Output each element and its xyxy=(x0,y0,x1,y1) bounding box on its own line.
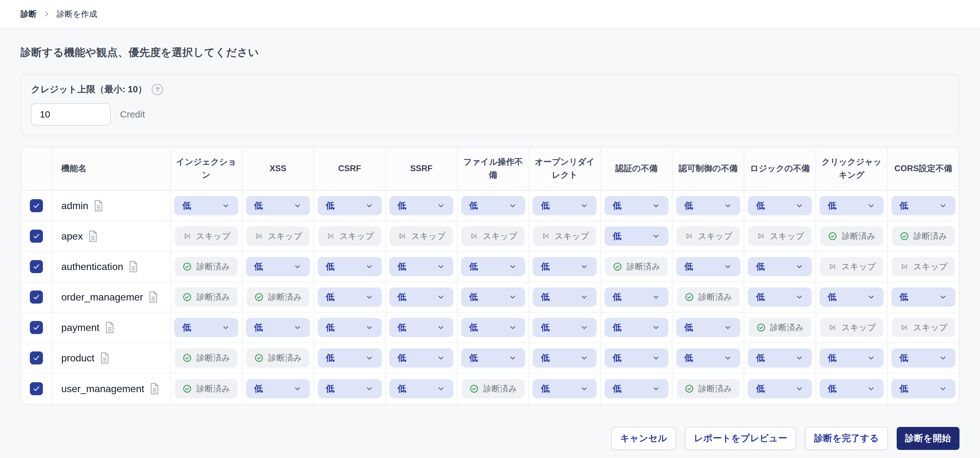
priority-dropdown[interactable]: 低 xyxy=(676,318,740,337)
priority-dropdown[interactable]: 低 xyxy=(891,348,955,368)
priority-dropdown[interactable]: 低 xyxy=(389,196,453,216)
skip-status-chip: スキップ xyxy=(676,227,740,246)
priority-dropdown[interactable]: 低 xyxy=(246,318,310,337)
priority-dropdown[interactable]: 低 xyxy=(533,348,597,368)
row-checkbox[interactable] xyxy=(30,352,43,364)
priority-dropdown[interactable]: 低 xyxy=(605,379,668,398)
priority-dropdown[interactable]: 低 xyxy=(389,318,453,337)
chevron-down-icon xyxy=(293,323,302,332)
priority-dropdown[interactable]: 低 xyxy=(318,379,382,398)
document-icon[interactable] xyxy=(149,382,160,395)
priority-dropdown[interactable]: 低 xyxy=(461,257,525,276)
table-cell: 低 xyxy=(313,282,385,312)
row-checkbox[interactable] xyxy=(30,199,43,212)
priority-dropdown[interactable]: 低 xyxy=(533,318,597,337)
priority-dropdown[interactable]: 低 xyxy=(389,348,453,368)
priority-dropdown[interactable]: 低 xyxy=(748,348,812,368)
priority-dropdown[interactable]: 低 xyxy=(676,257,740,276)
credit-input-row: Credit xyxy=(31,103,949,125)
priority-dropdown[interactable]: 低 xyxy=(389,257,453,276)
chevron-down-icon xyxy=(436,262,445,271)
table-cell: 診断済み xyxy=(457,374,529,404)
start-diagnosis-button[interactable]: 診断を開始 xyxy=(897,427,959,450)
priority-dropdown[interactable]: 低 xyxy=(533,379,597,398)
priority-dropdown[interactable]: 低 xyxy=(819,379,884,398)
table-cell: 低 xyxy=(242,312,314,342)
document-icon[interactable] xyxy=(128,260,138,273)
skip-status-chip: スキップ xyxy=(748,227,812,246)
row-checkbox[interactable] xyxy=(30,290,43,304)
chevron-down-icon xyxy=(795,384,804,393)
priority-dropdown[interactable]: 低 xyxy=(246,257,310,276)
priority-dropdown[interactable]: 低 xyxy=(174,318,238,337)
row-checkbox[interactable] xyxy=(30,260,43,273)
table-cell: 低 xyxy=(170,312,242,342)
priority-dropdown[interactable]: 低 xyxy=(819,287,884,307)
priority-dropdown[interactable]: 低 xyxy=(461,348,525,368)
priority-dropdown[interactable]: 低 xyxy=(819,196,884,216)
priority-dropdown[interactable]: 低 xyxy=(891,379,955,398)
priority-dropdown[interactable]: 低 xyxy=(246,196,310,216)
priority-dropdown[interactable]: 低 xyxy=(748,196,812,216)
priority-dropdown[interactable]: 低 xyxy=(246,379,310,398)
complete-diagnosis-button[interactable]: 診断を完了する xyxy=(805,427,888,450)
help-icon[interactable]: ? xyxy=(152,84,163,95)
priority-dropdown[interactable]: 低 xyxy=(748,379,812,398)
credit-limit-label: クレジット上限（最小: 10） xyxy=(31,83,147,96)
document-icon[interactable] xyxy=(88,230,98,242)
table-row: payment 低 低 低 低 低 低 低 低 診断済み スキップ スキップ xyxy=(21,312,959,343)
table-cell: 低 xyxy=(457,191,529,220)
priority-dropdown[interactable]: 低 xyxy=(533,257,597,276)
row-checkbox[interactable] xyxy=(30,321,43,334)
table-cell: 低 xyxy=(528,191,600,220)
skip-status-chip: スキップ xyxy=(390,227,453,246)
priority-dropdown[interactable]: 低 xyxy=(461,318,525,337)
priority-dropdown[interactable]: 低 xyxy=(318,287,382,307)
top-bar: 診断 診断を作成 xyxy=(0,0,980,29)
document-icon[interactable] xyxy=(148,291,159,303)
table-cell: 低 xyxy=(744,343,816,373)
priority-dropdown[interactable]: 低 xyxy=(461,196,525,216)
priority-dropdown[interactable]: 低 xyxy=(389,287,453,307)
priority-dropdown[interactable]: 低 xyxy=(605,196,668,216)
priority-dropdown[interactable]: 低 xyxy=(748,257,812,276)
priority-dropdown[interactable]: 低 xyxy=(891,196,955,216)
done-status-chip: 診断済み xyxy=(892,227,955,246)
priority-dropdown[interactable]: 低 xyxy=(676,196,740,216)
breadcrumb-item-diagnosis[interactable]: 診断 xyxy=(21,9,37,20)
document-icon[interactable] xyxy=(105,321,115,334)
table-cell: 診断済み xyxy=(242,282,314,312)
row-checkbox[interactable] xyxy=(30,382,43,395)
skip-icon xyxy=(397,231,407,241)
priority-dropdown[interactable]: 低 xyxy=(748,287,812,307)
skip-status-chip: スキップ xyxy=(892,318,955,337)
credit-limit-input[interactable] xyxy=(31,103,111,125)
priority-dropdown[interactable]: 低 xyxy=(318,348,382,368)
document-icon[interactable] xyxy=(100,352,110,364)
column-header-1: インジェクション xyxy=(170,147,242,190)
priority-dropdown[interactable]: 低 xyxy=(533,196,597,216)
priority-dropdown[interactable]: 低 xyxy=(318,318,382,337)
chevron-down-icon xyxy=(867,353,875,362)
priority-dropdown[interactable]: 低 xyxy=(174,196,238,216)
row-checkbox[interactable] xyxy=(30,230,43,242)
priority-dropdown[interactable]: 低 xyxy=(891,287,955,307)
cancel-button[interactable]: キャンセル xyxy=(611,427,676,450)
priority-dropdown[interactable]: 低 xyxy=(389,379,453,398)
priority-dropdown[interactable]: 低 xyxy=(533,287,597,307)
check-circle-icon xyxy=(756,323,766,333)
priority-dropdown[interactable]: 低 xyxy=(605,287,668,307)
feature-name: payment xyxy=(61,322,100,333)
priority-dropdown[interactable]: 低 xyxy=(461,287,525,307)
priority-dropdown[interactable]: 低 xyxy=(605,348,668,368)
priority-dropdown[interactable]: 低 xyxy=(318,257,382,276)
priority-dropdown[interactable]: 低 xyxy=(819,348,884,368)
preview-report-button[interactable]: レポートをプレビュー xyxy=(685,427,796,450)
priority-dropdown[interactable]: 低 xyxy=(318,196,382,216)
chevron-down-icon xyxy=(436,384,445,393)
priority-dropdown[interactable]: 低 xyxy=(676,348,740,368)
priority-dropdown[interactable]: 低 xyxy=(605,227,668,246)
document-icon[interactable] xyxy=(93,200,104,212)
priority-dropdown[interactable]: 低 xyxy=(605,318,668,337)
chevron-down-icon xyxy=(436,293,445,301)
